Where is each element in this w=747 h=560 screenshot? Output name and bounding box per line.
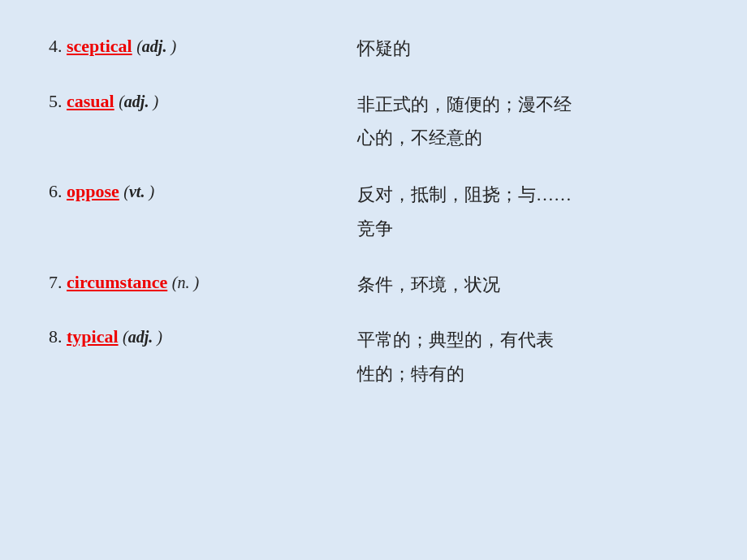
pos-6: (vt. ): [123, 183, 154, 200]
vocab-left-7: 7. circumstance (n. ): [49, 269, 357, 295]
pos-bold-7: n.: [177, 274, 189, 291]
word-6: oppose: [67, 181, 119, 201]
vocab-left-5: 5. casual (adj. ): [49, 88, 357, 114]
vocab-left-4: 4. sceptical (adj. ): [49, 32, 357, 59]
pos-7: (n. ): [172, 274, 199, 291]
definition-7: 条件，环境，状况: [357, 269, 698, 301]
item-number-6: 6.: [49, 181, 63, 201]
word-8: typical: [67, 326, 119, 347]
pos-bold-6: vt.: [129, 183, 145, 200]
def-line-5-2: 心的，不经意的: [357, 121, 698, 155]
definition-5: 非正式的，随便的；漫不经 心的，不经意的: [357, 88, 698, 156]
item-number-5: 5.: [49, 91, 63, 111]
vocab-item-4: 4. sceptical (adj. ) 怀疑的: [49, 32, 698, 65]
item-number-4: 4.: [49, 36, 63, 56]
definition-8: 平常的；典型的，有代表 性的；特有的: [357, 323, 698, 391]
word-4: sceptical: [67, 36, 132, 56]
item-number-8: 8.: [49, 326, 63, 347]
vocab-item-5: 5. casual (adj. ) 非正式的，随便的；漫不经 心的，不经意的: [49, 88, 698, 156]
def-line-4-1: 怀疑的: [357, 38, 411, 58]
pos-4: (adj. ): [136, 37, 176, 55]
pos-bold-4: adj.: [142, 37, 167, 55]
item-number-7: 7.: [49, 272, 63, 292]
pos-5: (adj. ): [119, 93, 158, 110]
vocab-left-6: 6. oppose (vt. ): [49, 178, 357, 205]
vocab-item-8: 8. typical (adj. ) 平常的；典型的，有代表 性的；特有的: [49, 323, 698, 391]
definition-4: 怀疑的: [357, 32, 698, 65]
def-line-8-2: 性的；特有的: [357, 357, 698, 391]
word-5: casual: [67, 91, 114, 111]
pos-bold-8: adj.: [128, 328, 153, 346]
definition-6: 反对，抵制，阻挠；与…… 竞争: [357, 178, 698, 246]
def-line-8-1: 平常的；典型的，有代表: [357, 323, 698, 357]
def-line-6-2: 竞争: [357, 212, 698, 246]
def-line-5-1: 非正式的，随便的；漫不经: [357, 88, 698, 122]
def-line-6-1: 反对，抵制，阻挠；与……: [357, 178, 698, 212]
main-content: 4. sceptical (adj. ) 怀疑的 5. casual (adj.…: [0, 0, 747, 446]
vocab-item-7: 7. circumstance (n. ) 条件，环境，状况: [49, 269, 698, 301]
vocab-left-8: 8. typical (adj. ): [49, 323, 357, 350]
pos-bold-5: adj.: [124, 93, 149, 110]
vocab-item-6: 6. oppose (vt. ) 反对，抵制，阻挠；与…… 竞争: [49, 178, 698, 246]
pos-8: (adj. ): [123, 328, 162, 346]
def-line-7-1: 条件，环境，状况: [357, 274, 500, 295]
word-7: circumstance: [67, 272, 167, 292]
